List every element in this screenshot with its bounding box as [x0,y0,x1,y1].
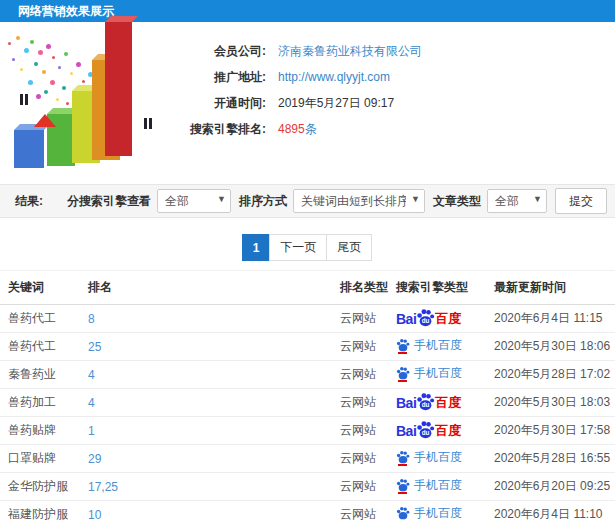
engine-cell: 手机百度 [388,445,486,473]
rank-cell: 4 [80,389,332,417]
baidu-paw-icon [396,478,410,492]
titlebar: 网络营销效果展示 [0,0,615,22]
baidu-logo: Baidu百度 [396,395,461,411]
rank-type-cell: 云网站 [332,445,388,473]
keyword-cell: 兽药代工 [0,305,80,333]
info-row-rank-count: 搜索引擎排名: 4895条 [170,116,422,142]
mobile-baidu-logo: 手机百度 [396,338,462,352]
opened-time-label: 开通时间: [170,95,266,112]
rank-link[interactable]: 25 [88,340,101,354]
table-row: 兽药代工25云网站手机百度2020年5月30日 18:06 [0,333,615,361]
table-body: 兽药代工8云网站Baidu百度2020年6月4日 11:15兽药代工25云网站手… [0,305,615,520]
rank-count-unit: 条 [305,122,317,136]
baidu-paw-icon [396,366,410,380]
promo-url-link[interactable]: http://www.qlyyjt.com [278,70,390,84]
updated-cell: 2020年6月4日 11:10 [486,501,615,520]
company-link[interactable]: 济南秦鲁药业科技有限公司 [278,43,422,60]
promo-url-label: 推广地址: [170,69,266,86]
header-updated: 最新更新时间 [486,271,615,305]
engine-filter-label: 分搜索引擎查看 [67,193,151,210]
mobile-baidu-logo: 手机百度 [396,450,462,464]
rank-link[interactable]: 10 [88,508,101,520]
rank-type-cell: 云网站 [332,417,388,445]
pagination: 1 下一页 尾页 [0,234,615,261]
baidu-paw-icon [396,450,410,464]
mobile-baidu-logo: 手机百度 [396,366,462,380]
article-type-select[interactable]: 全部 [487,189,547,213]
growth-chart-illustration [0,28,170,180]
rank-type-cell: 云网站 [332,361,388,389]
updated-cell: 2020年5月30日 18:03 [486,389,615,417]
baidu-logo: Baidu百度 [396,423,461,439]
table-row: 口罩贴牌29云网站手机百度2020年5月28日 16:55 [0,445,615,473]
rank-type-cell: 云网站 [332,501,388,520]
keyword-cell: 福建防护服 [0,501,80,520]
rank-link[interactable]: 4 [88,396,95,410]
result-label: 结果: [15,193,43,210]
info-row-url: 推广地址: http://www.qlyyjt.com [170,64,422,90]
up-arrow-icon [34,100,56,114]
rank-cell: 17,25 [80,473,332,501]
last-page-button[interactable]: 尾页 [326,234,372,261]
engine-cell: Baidu百度 [388,389,486,417]
keyword-cell: 秦鲁药业 [0,361,80,389]
article-type-label: 文章类型 [433,193,481,210]
header-engine: 搜索引擎类型 [388,271,486,305]
rank-link[interactable]: 4 [88,368,95,382]
businessman-figure-left [16,94,32,105]
keyword-cell: 金华防护服 [0,473,80,501]
engine-cell: Baidu百度 [388,305,486,333]
keyword-cell: 兽药代工 [0,333,80,361]
rank-link[interactable]: 1 [88,424,95,438]
updated-cell: 2020年5月28日 17:02 [486,361,615,389]
results-table: 关键词 排名 排名类型 搜索引擎类型 最新更新时间 兽药代工8云网站Baidu百… [0,270,615,520]
engine-filter-select[interactable]: 全部 [157,189,231,213]
svg-text:du: du [422,429,430,436]
info-section: 会员公司: 济南秦鲁药业科技有限公司 推广地址: http://www.qlyy… [0,22,615,184]
rank-count: 4895 [278,122,305,136]
table-row: 金华防护服17,25云网站手机百度2020年6月20日 09:25 [0,473,615,501]
member-info-list: 会员公司: 济南秦鲁药业科技有限公司 推广地址: http://www.qlyy… [170,28,422,184]
next-page-button[interactable]: 下一页 [269,234,327,261]
rank-cell: 25 [80,333,332,361]
svg-text:du: du [422,317,430,324]
updated-cell: 2020年5月28日 16:55 [486,445,615,473]
engine-rank-label: 搜索引擎排名: [170,121,266,138]
baidu-paw-icon: du [416,392,435,411]
keyword-cell: 口罩贴牌 [0,445,80,473]
info-row-company: 会员公司: 济南秦鲁药业科技有限公司 [170,38,422,64]
baidu-paw-icon: du [416,420,435,439]
rank-cell: 10 [80,501,332,520]
engine-cell: Baidu百度 [388,417,486,445]
sort-filter-select[interactable]: 关键词由短到长排序 [293,189,425,213]
engine-cell: 手机百度 [388,501,486,520]
rank-cell: 1 [80,417,332,445]
rank-cell: 8 [80,305,332,333]
header-keyword: 关键词 [0,271,80,305]
submit-button[interactable]: 提交 [555,188,607,214]
mobile-baidu-logo: 手机百度 [396,506,462,520]
company-label: 会员公司: [170,43,266,60]
header-rank-type: 排名类型 [332,271,388,305]
table-row: 兽药代工8云网站Baidu百度2020年6月4日 11:15 [0,305,615,333]
header-rank: 排名 [80,271,332,305]
baidu-paw-icon: du [416,308,435,327]
keyword-cell: 兽药贴牌 [0,417,80,445]
opened-time-value: 2019年5月27日 09:17 [278,95,394,112]
rank-link[interactable]: 29 [88,452,101,466]
rank-cell: 4 [80,361,332,389]
rank-type-cell: 云网站 [332,305,388,333]
engine-cell: 手机百度 [388,473,486,501]
svg-text:du: du [422,401,430,408]
page-button-current[interactable]: 1 [242,234,271,261]
engine-cell: 手机百度 [388,333,486,361]
rank-cell: 29 [80,445,332,473]
baidu-paw-icon [396,338,410,352]
baidu-paw-icon [396,506,410,520]
engine-rank-value: 4895条 [278,121,317,138]
rank-link[interactable]: 8 [88,312,95,326]
updated-cell: 2020年5月30日 17:58 [486,417,615,445]
updated-cell: 2020年6月4日 11:15 [486,305,615,333]
rank-type-cell: 云网站 [332,473,388,501]
rank-link[interactable]: 17,25 [88,480,118,494]
